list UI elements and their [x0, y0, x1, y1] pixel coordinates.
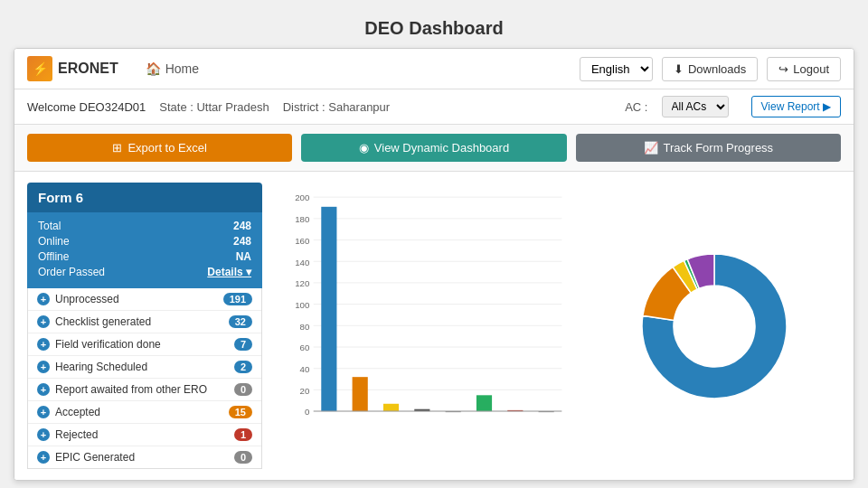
stat-offline-value: NA [236, 250, 251, 263]
item-badge: 15 [229, 406, 252, 418]
item-left: + Rejected [37, 428, 98, 441]
view-dynamic-dashboard-button[interactable]: ◉ View Dynamic Dashboard [301, 134, 566, 162]
stat-total-label: Total [38, 220, 61, 232]
plus-icon: + [37, 428, 50, 441]
item-left: + Report awaited from other ERO [37, 383, 207, 396]
navbar: ⚡ ERONET 🏠 Home English ⬇ Downloads ↪ Lo… [14, 49, 854, 89]
donut-chart-area [587, 183, 841, 469]
ac-label: AC : [625, 100, 647, 114]
list-item[interactable]: + EPIC Generated 0 [28, 446, 261, 468]
track-icon: 📈 [644, 141, 658, 155]
svg-text:0: 0 [305, 407, 310, 417]
welcome-text: Welcome DEO324D01 [27, 100, 146, 114]
plus-icon: + [37, 315, 50, 328]
stat-offline: Offline NA [38, 250, 251, 263]
state-text: State : Uttar Pradesh [159, 100, 269, 114]
brand-icon: ⚡ [27, 56, 52, 81]
svg-rect-24 [383, 404, 399, 411]
item-left: + Field verification done [37, 338, 161, 351]
stat-online-label: Online [38, 235, 70, 248]
sub-header: Welcome DEO324D01 State : Uttar Pradesh … [14, 89, 854, 125]
list-item[interactable]: + Unprocessed 191 [28, 288, 261, 311]
svg-rect-23 [353, 377, 368, 411]
dynamic-icon: ◉ [359, 141, 369, 155]
district-text: District : Saharanpur [283, 100, 391, 114]
brand: ⚡ ERONET [27, 56, 118, 81]
form6-title: Form 6 [38, 190, 83, 205]
plus-icon: + [37, 406, 50, 418]
plus-icon: + [37, 383, 50, 396]
form6-stats: Total 248 Online 248 Offline NA Order Pa… [27, 212, 262, 288]
item-badge: 0 [234, 451, 252, 464]
downloads-label: Downloads [688, 62, 746, 76]
logout-icon: ↪ [778, 62, 788, 76]
track-form-label: Track Form Progress [664, 141, 774, 155]
home-link[interactable]: 🏠 Home [146, 61, 199, 76]
form6-panel: Form 6 Total 248 Online 248 Offline NA O… [27, 183, 262, 469]
stat-order-value[interactable]: Details ▾ [207, 266, 251, 278]
logout-button[interactable]: ↪ Logout [767, 57, 841, 81]
svg-text:20: 20 [300, 386, 310, 396]
item-badge: 2 [234, 361, 252, 373]
svg-text:140: 140 [295, 258, 310, 267]
export-excel-button[interactable]: ⊞ Export to Excel [27, 134, 292, 162]
page-title: DEO Dashboard [364, 18, 503, 39]
svg-rect-22 [321, 207, 336, 411]
home-label: Home [165, 61, 199, 76]
item-left: + Accepted [37, 406, 100, 418]
view-report-label: View Report [761, 100, 820, 113]
language-select[interactable]: English [580, 57, 653, 81]
export-icon: ⊞ [112, 141, 122, 155]
export-label: Export to Excel [127, 141, 206, 155]
stat-order-label: Order Passed [38, 266, 105, 278]
item-badge: 32 [229, 315, 252, 328]
item-label: EPIC Generated [55, 451, 135, 464]
item-left: + Hearing Scheduled [37, 361, 147, 373]
plus-icon: + [37, 293, 50, 305]
brand-name: ERONET [58, 61, 118, 77]
item-label: Field verification done [55, 338, 161, 351]
list-item[interactable]: + Field verification done 7 [28, 333, 261, 356]
plus-icon: + [37, 451, 50, 464]
svg-point-31 [674, 286, 755, 367]
svg-text:200: 200 [295, 192, 310, 202]
donut-chart [633, 236, 796, 417]
list-item[interactable]: + Checklist generated 32 [28, 311, 261, 333]
svg-text:40: 40 [300, 364, 310, 374]
ac-select[interactable]: All ACs [662, 96, 729, 117]
item-label: Rejected [55, 428, 98, 441]
item-label: Accepted [55, 406, 100, 418]
list-item[interactable]: + Rejected 1 [28, 424, 261, 446]
item-label: Checklist generated [55, 315, 151, 328]
form6-header: Form 6 [27, 183, 262, 212]
downloads-button[interactable]: ⬇ Downloads [662, 57, 758, 81]
track-form-button[interactable]: 📈 Track Form Progress [576, 134, 841, 162]
svg-rect-27 [476, 395, 492, 411]
stat-order-passed: Order Passed Details ▾ [38, 266, 251, 278]
item-left: + Checklist generated [37, 315, 151, 328]
stat-online: Online 248 [38, 235, 251, 248]
list-item[interactable]: + Hearing Scheduled 2 [28, 356, 261, 379]
svg-text:80: 80 [300, 322, 310, 332]
svg-text:60: 60 [300, 343, 310, 352]
download-icon: ⬇ [674, 62, 684, 76]
list-item[interactable]: + Accepted 15 [28, 401, 261, 424]
list-item[interactable]: + Report awaited from other ERO 0 [28, 379, 261, 401]
view-report-button[interactable]: View Report ▶ [751, 96, 842, 117]
stat-total-value: 248 [233, 220, 251, 232]
stat-online-value: 248 [233, 235, 251, 248]
form6-items: + Unprocessed 191 + Checklist generated … [27, 288, 262, 469]
stat-total: Total 248 [38, 220, 251, 232]
item-badge: 191 [223, 293, 252, 305]
stat-offline-label: Offline [38, 250, 69, 263]
item-label: Report awaited from other ERO [55, 383, 207, 396]
view-dynamic-label: View Dynamic Dashboard [374, 141, 509, 155]
item-label: Hearing Scheduled [55, 361, 147, 373]
svg-text:120: 120 [295, 278, 310, 288]
home-icon: 🏠 [146, 61, 161, 76]
plus-icon: + [37, 338, 50, 351]
svg-text:100: 100 [295, 300, 310, 310]
browser-window: ⚡ ERONET 🏠 Home English ⬇ Downloads ↪ Lo… [14, 48, 854, 481]
action-row: ⊞ Export to Excel ◉ View Dynamic Dashboa… [14, 125, 854, 172]
bar-chart-area: 020406080100120140160180200 [273, 183, 578, 469]
